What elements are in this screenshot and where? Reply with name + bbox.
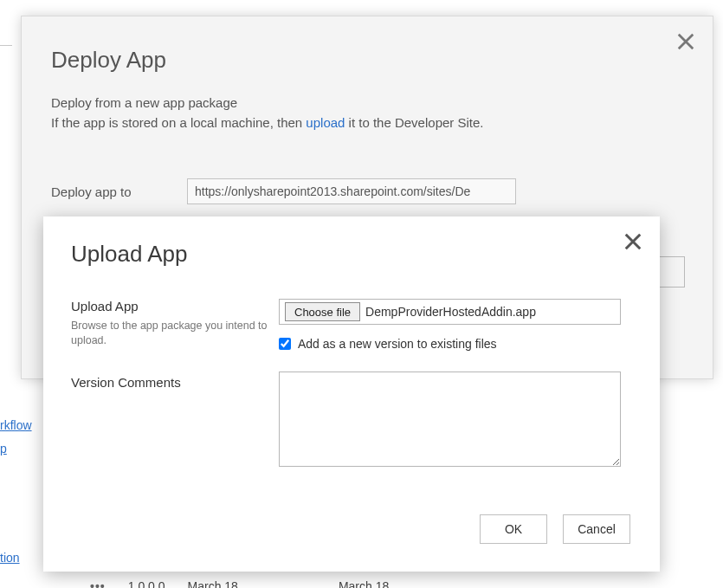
row-version: 1.0.0.0 [128,579,165,588]
deploy-body-text: If the app is stored on a local machine,… [51,115,683,130]
dialog-actions: OK Cancel [480,514,630,544]
deploy-subtitle: Deploy from a new app package [51,95,683,110]
upload-app-label-block: Upload App Browse to the app package you… [71,299,279,351]
deploy-body-prefix: If the app is stored on a local machine,… [51,115,306,130]
deploy-to-label: Deploy app to [51,184,187,199]
version-comments-input[interactable] [279,372,621,467]
upload-app-dialog: Upload App Upload App Browse to the app … [43,216,660,572]
choose-file-button[interactable]: Choose file [285,302,360,321]
add-version-checkbox[interactable] [279,338,291,350]
version-comments-field [279,372,632,470]
upload-app-help: Browse to the app package you intend to … [71,319,279,348]
upload-link[interactable]: upload [306,115,345,130]
nav-link-workflow[interactable]: rkflow [0,418,32,432]
divider [0,45,12,46]
add-version-row[interactable]: Add as a new version to existing files [279,337,632,351]
add-version-label: Add as a new version to existing files [298,337,497,351]
deploy-to-input[interactable] [187,178,516,204]
list-row: ••• 1.0.0.0 March 18 March 18 [90,579,389,588]
upload-dialog-title: Upload App [71,241,632,268]
close-icon[interactable] [623,232,642,251]
chosen-file-name: DempProviderHostedAddin.app [365,305,536,319]
row-date-created: March 18 [339,579,389,588]
deploy-body-suffix: it to the Developer Site. [345,115,483,130]
deploy-dialog-title: Deploy App [51,47,683,74]
file-input-wrapper[interactable]: Choose file DempProviderHostedAddin.app [279,299,621,325]
row-menu-icon[interactable]: ••• [90,579,106,588]
upload-app-label: Upload App [71,299,279,313]
upload-app-field: Choose file DempProviderHostedAddin.app … [279,299,632,351]
close-icon[interactable] [676,32,695,51]
row-date-modified: March 18 [188,579,238,588]
version-comments-label: Version Comments [71,372,279,470]
cancel-button[interactable]: Cancel [563,514,630,544]
ok-button[interactable]: OK [480,514,547,544]
nav-link-p[interactable]: p [0,442,7,456]
nav-link-tion[interactable]: tion [0,551,20,565]
